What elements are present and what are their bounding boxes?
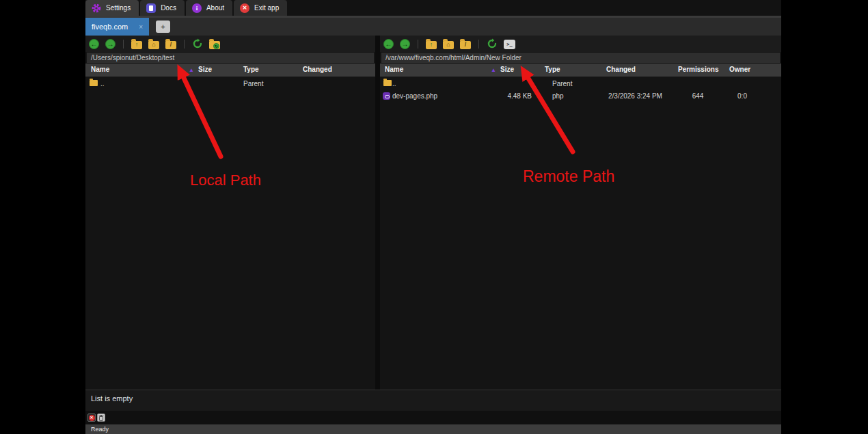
remote-path-input[interactable]: /var/www/fiveqb.com/html/Admin/New Folde…	[381, 53, 780, 63]
parent-folder-icon[interactable]: ↑	[426, 41, 437, 49]
menu-tab-about[interactable]: i About	[186, 0, 232, 16]
column-header-changed[interactable]: Changed	[303, 66, 332, 73]
menu-tab-label: Settings	[106, 4, 131, 12]
exit-icon: ✕	[240, 3, 249, 13]
menu-tab-label: Docs	[161, 4, 176, 12]
file-owner: 0:0	[718, 92, 766, 100]
terminal-icon[interactable]: >_	[504, 40, 515, 49]
file-name: ..	[392, 80, 396, 87]
column-header-type[interactable]: Type	[545, 66, 560, 73]
home-folder-icon[interactable]: ⌂	[148, 41, 159, 49]
cancel-transfers-button[interactable]: ✕	[87, 413, 96, 422]
local-file-list: .. Parent	[85, 77, 375, 390]
parent-folder-icon[interactable]: ↑	[131, 41, 142, 49]
transfer-queue-panel: List is empty	[85, 390, 781, 411]
pane-divider[interactable]	[375, 36, 380, 390]
column-header-size[interactable]: Size	[198, 66, 212, 73]
queue-toolbar: ✕	[85, 411, 781, 424]
refresh-icon[interactable]	[192, 38, 203, 49]
gear-icon	[92, 3, 101, 13]
table-row[interactable]: .. Parent	[380, 78, 781, 90]
app-window: Settings Docs i About ✕ Exit app fiveqb.…	[85, 0, 781, 434]
clear-queue-button[interactable]	[97, 413, 105, 422]
file-changed: 2/3/2026 3:24 PM	[608, 92, 662, 100]
close-tab-icon[interactable]: ×	[139, 23, 143, 31]
toolbar-divider	[478, 40, 479, 49]
sort-ascending-icon[interactable]: ▲	[189, 67, 194, 73]
back-icon[interactable]: ←	[89, 39, 99, 49]
local-table-header: Name ▲ Size Type Changed	[85, 64, 375, 77]
file-size: 4.48 KB	[483, 92, 532, 100]
root-folder-icon[interactable]: /	[165, 41, 176, 49]
status-text: Ready	[91, 426, 109, 433]
cancel-icon: ✕	[89, 415, 95, 421]
remote-panel: ← → ↑ ⌂ / >_ /var/www/fiveqb.com/html/Ad…	[380, 36, 781, 390]
local-path-input[interactable]: /Users/spionut/Desktop/test	[87, 53, 374, 63]
menu-bar: Settings Docs i About ✕ Exit app	[85, 0, 781, 16]
menu-tab-label: Exit app	[254, 4, 279, 12]
back-icon[interactable]: ←	[383, 39, 394, 49]
folder-icon	[383, 80, 392, 86]
status-bar: Ready	[85, 424, 781, 434]
remote-toolbar: ← → ↑ ⌂ / >_	[380, 36, 781, 52]
file-type: php	[552, 92, 564, 100]
new-tab-button[interactable]: +	[156, 21, 170, 33]
site-tab-fiveqb[interactable]: fiveqb.com ×	[85, 18, 149, 36]
menu-tab-label: About	[206, 4, 224, 12]
toolbar-divider	[123, 40, 124, 49]
column-header-name[interactable]: Name	[385, 66, 403, 73]
menu-tab-settings[interactable]: Settings	[85, 0, 139, 16]
toolbar-divider	[184, 40, 185, 49]
column-header-owner[interactable]: Owner	[729, 66, 750, 73]
file-name: dev-pages.php	[392, 92, 437, 100]
root-folder-icon[interactable]: /	[460, 41, 471, 49]
table-row[interactable]: dev-pages.php 4.48 KB php 2/3/2026 3:24 …	[380, 90, 781, 103]
file-panes: ← → ↑ ⌂ / ↻ /Users/spionut/Desktop/test …	[85, 36, 781, 390]
trash-icon	[98, 415, 104, 421]
file-type: Parent	[243, 80, 263, 87]
local-toolbar: ← → ↑ ⌂ / ↻	[85, 36, 375, 52]
docs-icon	[146, 3, 156, 13]
local-panel: ← → ↑ ⌂ / ↻ /Users/spionut/Desktop/test …	[85, 36, 375, 390]
file-type: Parent	[552, 80, 572, 87]
refresh-icon[interactable]	[487, 38, 498, 49]
queue-empty-message: List is empty	[91, 394, 133, 403]
info-icon: i	[192, 3, 202, 13]
menu-tab-docs[interactable]: Docs	[140, 0, 185, 16]
menu-tab-exit[interactable]: ✕ Exit app	[234, 0, 287, 16]
sort-ascending-icon[interactable]: ▲	[491, 67, 496, 73]
column-header-permissions[interactable]: Permissions	[678, 66, 718, 73]
table-row[interactable]: .. Parent	[85, 78, 375, 90]
forward-icon[interactable]: →	[400, 39, 410, 49]
column-header-changed[interactable]: Changed	[606, 66, 636, 73]
remote-file-list: .. Parent dev-pages.php 4.48 KB php 2/3/…	[380, 77, 781, 390]
column-header-name[interactable]: Name	[91, 66, 109, 73]
file-permissions: 644	[674, 92, 722, 100]
forward-icon[interactable]: →	[105, 39, 116, 49]
folder-icon	[90, 80, 98, 86]
column-header-type[interactable]: Type	[243, 66, 259, 73]
site-tab-label: fiveqb.com	[92, 23, 128, 31]
remote-table-header: Name ▲ Size Type Changed Permissions Own…	[380, 64, 781, 77]
home-folder-icon[interactable]: ⌂	[443, 41, 454, 49]
toolbar-divider	[418, 40, 418, 49]
column-header-size[interactable]: Size	[500, 66, 514, 73]
screen: Settings Docs i About ✕ Exit app fiveqb.…	[0, 0, 868, 434]
sync-folder-icon[interactable]: ↻	[209, 41, 220, 49]
file-name: ..	[100, 80, 105, 87]
site-tab-bar: fiveqb.com × +	[85, 16, 781, 36]
php-file-icon	[383, 92, 390, 100]
